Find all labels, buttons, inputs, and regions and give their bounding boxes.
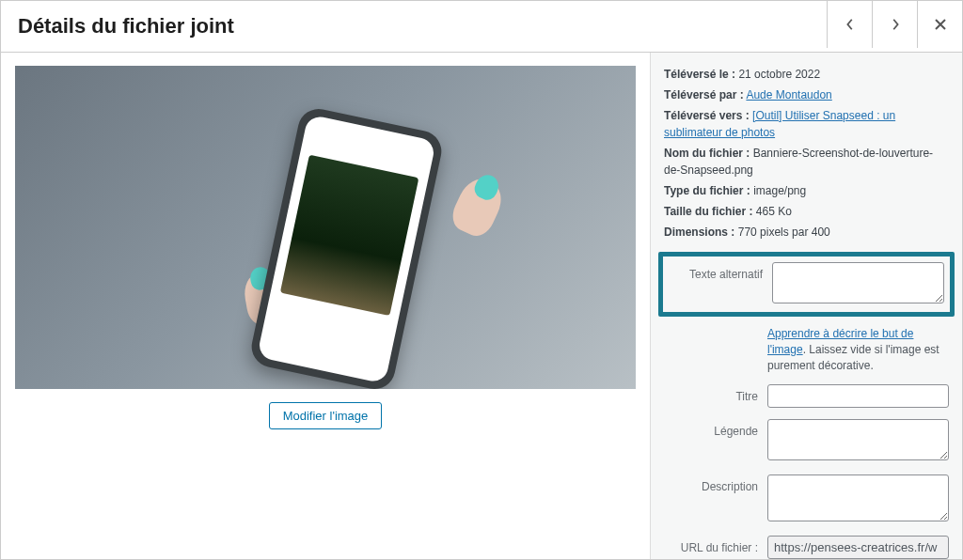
attachment-image-preview (15, 66, 636, 389)
attachment-details-modal: Détails du fichier joint Modifier l'imag… (0, 0, 963, 560)
meta-value: 465 Ko (756, 205, 792, 218)
meta-uploaded-to: Téléversé vers : [Outil] Utiliser Snapse… (664, 107, 949, 141)
file-url-label: URL du fichier : (664, 536, 767, 554)
modal-body: Modifier l'image Téléversé le : 21 octob… (1, 53, 962, 559)
modal-header: Détails du fichier joint (1, 1, 962, 53)
caption-input[interactable] (767, 419, 949, 460)
next-button[interactable] (872, 1, 917, 48)
uploaded-by-link[interactable]: Aude Montaudon (746, 88, 831, 101)
meta-label: Téléversé par : (664, 88, 744, 101)
title-input[interactable] (767, 384, 949, 408)
meta-uploaded-by: Téléversé par : Aude Montaudon (664, 86, 949, 103)
meta-label: Type du fichier : (664, 184, 750, 197)
form-area: Texte alternatif Apprendre à décrire le … (664, 252, 949, 559)
close-icon (934, 18, 947, 31)
meta-label: Taille du fichier : (664, 205, 752, 218)
meta-label: Téléversé le : (664, 68, 735, 81)
header-nav-buttons (827, 1, 962, 52)
alt-text-highlight: Texte alternatif (658, 252, 955, 317)
close-button[interactable] (917, 1, 962, 48)
meta-filesize: Taille du fichier : 465 Ko (664, 203, 949, 220)
chevron-left-icon (844, 18, 857, 31)
file-url-input[interactable] (767, 536, 949, 559)
meta-label: Dimensions : (664, 226, 734, 239)
modal-title: Détails du fichier joint (1, 1, 251, 52)
meta-value: image/png (753, 184, 806, 197)
prev-button[interactable] (827, 1, 872, 48)
title-label: Titre (664, 384, 767, 403)
caption-label: Légende (664, 419, 767, 438)
meta-value: 21 octobre 2022 (738, 68, 820, 81)
alt-text-label: Texte alternatif (669, 262, 772, 281)
meta-label: Nom du fichier : (664, 147, 750, 160)
meta-filename: Nom du fichier : Banniere-Screenshot-de-… (664, 145, 949, 179)
edit-image-button[interactable]: Modifier l'image (269, 402, 383, 429)
alt-text-help: Apprendre à décrire le but de l'image. L… (767, 326, 949, 373)
details-pane: Téléversé le : 21 octobre 2022 Téléversé… (650, 53, 962, 559)
meta-uploaded-on: Téléversé le : 21 octobre 2022 (664, 66, 949, 83)
description-label: Description (664, 474, 767, 493)
meta-filetype: Type du fichier : image/png (664, 182, 949, 199)
meta-dimensions: Dimensions : 770 pixels par 400 (664, 224, 949, 241)
alt-text-input[interactable] (772, 262, 944, 303)
meta-value: 770 pixels par 400 (738, 226, 830, 239)
preview-pane: Modifier l'image (1, 53, 650, 559)
meta-label: Téléversé vers : (664, 109, 750, 122)
description-input[interactable] (767, 474, 949, 521)
chevron-right-icon (889, 18, 902, 31)
